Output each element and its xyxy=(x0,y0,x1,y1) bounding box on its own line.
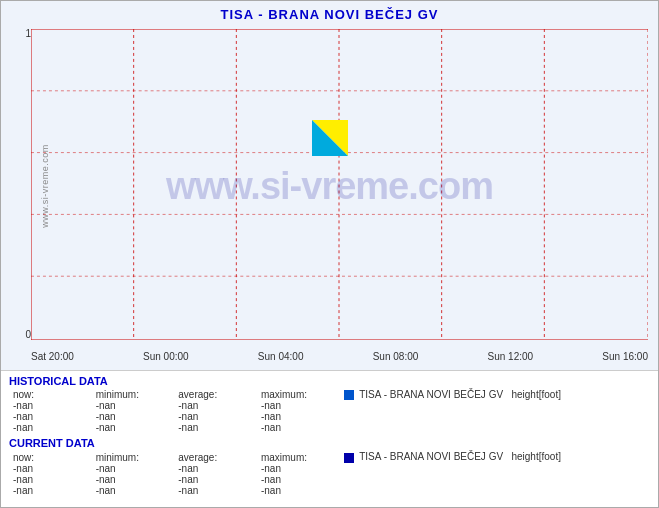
c-r3-min: -nan xyxy=(92,485,175,496)
current-col-min: minimum: xyxy=(92,451,175,462)
h-r3-max: -nan xyxy=(257,422,340,433)
c-r3-avg: -nan xyxy=(174,485,257,496)
table-row: -nan -nan -nan -nan xyxy=(9,474,650,485)
x-label-1: Sun 00:00 xyxy=(143,351,189,362)
chart-title: TISA - BRANA NOVI BEČEJ GV xyxy=(1,1,658,22)
h-r3-avg: -nan xyxy=(174,422,257,433)
historical-legend-station: TISA - BRANA NOVI BEČEJ GV xyxy=(359,389,503,400)
table-row: -nan -nan -nan -nan xyxy=(9,422,650,433)
current-legend-cell: TISA - BRANA NOVI BEČEJ GV height[foot] xyxy=(340,451,650,462)
logo-icon xyxy=(312,120,348,156)
historical-table: now: minimum: average: maximum: TISA - B… xyxy=(9,389,650,433)
h-r2-avg: -nan xyxy=(174,411,257,422)
c-r1-max: -nan xyxy=(257,463,340,474)
historical-legend-cell: TISA - BRANA NOVI BEČEJ GV height[foot] xyxy=(340,389,650,400)
current-legend-box xyxy=(344,453,354,463)
h-r2-now: -nan xyxy=(9,411,92,422)
data-section: HISTORICAL DATA now: minimum: average: m… xyxy=(1,371,658,507)
historical-title: HISTORICAL DATA xyxy=(9,375,650,387)
historical-col-max: maximum: xyxy=(257,389,340,400)
h-r2-max: -nan xyxy=(257,411,340,422)
x-label-0: Sat 20:00 xyxy=(31,351,74,362)
c-r1-avg: -nan xyxy=(174,463,257,474)
main-container: TISA - BRANA NOVI BEČEJ GV www.si-vreme.… xyxy=(0,0,659,508)
c-r1-min: -nan xyxy=(92,463,175,474)
x-axis: Sat 20:00 Sun 00:00 Sun 04:00 Sun 08:00 … xyxy=(31,351,648,362)
h-r3-now: -nan xyxy=(9,422,92,433)
table-row: -nan -nan -nan -nan xyxy=(9,485,650,496)
current-title: CURRENT DATA xyxy=(9,437,650,449)
x-label-4: Sun 12:00 xyxy=(488,351,534,362)
c-r2-min: -nan xyxy=(92,474,175,485)
table-row: -nan -nan -nan -nan xyxy=(9,411,650,422)
h-r3-min: -nan xyxy=(92,422,175,433)
h-r1-now: -nan xyxy=(9,400,92,411)
current-legend-label: height[foot] xyxy=(511,451,560,462)
y-axis: 1 0 xyxy=(11,29,31,340)
c-r2-now: -nan xyxy=(9,474,92,485)
c-r2-avg: -nan xyxy=(174,474,257,485)
h-r1-min: -nan xyxy=(92,400,175,411)
historical-legend-row: now: minimum: average: maximum: TISA - B… xyxy=(9,389,650,400)
historical-legend-box xyxy=(344,390,354,400)
historical-col-now: now: xyxy=(9,389,92,400)
historical-col-avg: average: xyxy=(174,389,257,400)
table-row: -nan -nan -nan -nan xyxy=(9,463,650,474)
current-table: now: minimum: average: maximum: TISA - B… xyxy=(9,451,650,495)
x-label-3: Sun 08:00 xyxy=(373,351,419,362)
c-r1-now: -nan xyxy=(9,463,92,474)
x-label-5: Sun 16:00 xyxy=(602,351,648,362)
current-col-avg: average: xyxy=(174,451,257,462)
current-legend-station: TISA - BRANA NOVI BEČEJ GV xyxy=(359,451,503,462)
table-row: -nan -nan -nan -nan xyxy=(9,400,650,411)
chart-area: TISA - BRANA NOVI BEČEJ GV www.si-vreme.… xyxy=(1,1,658,371)
historical-legend-label: height[foot] xyxy=(511,389,560,400)
h-r1-avg: -nan xyxy=(174,400,257,411)
c-r3-max: -nan xyxy=(257,485,340,496)
historical-col-min: minimum: xyxy=(92,389,175,400)
c-r2-max: -nan xyxy=(257,474,340,485)
current-col-max: maximum: xyxy=(257,451,340,462)
h-r1-max: -nan xyxy=(257,400,340,411)
chart-grid xyxy=(31,29,648,340)
h-r2-min: -nan xyxy=(92,411,175,422)
x-label-2: Sun 04:00 xyxy=(258,351,304,362)
c-r3-now: -nan xyxy=(9,485,92,496)
current-col-now: now: xyxy=(9,451,92,462)
current-legend-row: now: minimum: average: maximum: TISA - B… xyxy=(9,451,650,462)
